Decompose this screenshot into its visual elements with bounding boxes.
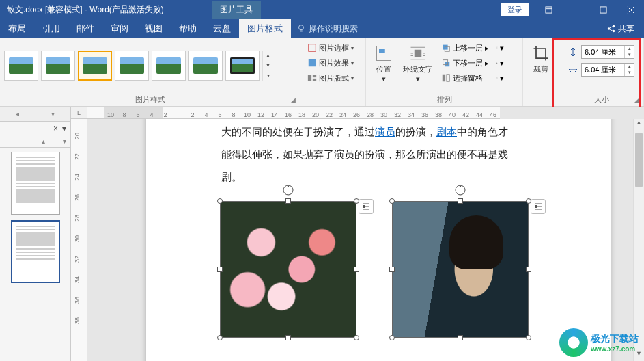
tab-view[interactable]: 视图 [137,19,171,38]
resize-handle[interactable] [526,267,531,272]
group-button[interactable]: ▾ [493,56,507,70]
document-area: L 10864224681012141618202224262830323436… [71,107,644,361]
picture-layout-button[interactable]: 图片版式▾ [305,71,361,85]
tab-help[interactable]: 帮助 [171,19,205,38]
resize-handle[interactable] [354,335,359,340]
selected-image-man[interactable] [392,201,529,338]
layout-options-button[interactable] [359,199,374,214]
gallery-more-button[interactable]: ▲▼▾ [262,51,273,81]
image-content [221,202,356,337]
layout-options-button[interactable] [531,199,546,214]
rotate-button[interactable]: ▾ [493,71,507,85]
resize-handle[interactable] [389,198,395,204]
login-button[interactable]: 登录 [501,3,529,16]
align-button[interactable]: ▾ [493,41,507,55]
hyperlink[interactable]: 演员 [375,126,395,137]
spinner-down[interactable]: ▾ [625,52,634,58]
wrap-text-button[interactable]: 环绕文字▾ [399,41,437,83]
resize-handle[interactable] [217,335,223,340]
page-thumbnail[interactable] [11,152,60,215]
selected-image-roses[interactable] [220,201,356,338]
image-content [393,202,528,337]
tab-mailings[interactable]: 邮件 [68,19,102,38]
tab-review[interactable]: 审阅 [102,19,137,38]
style-thumb[interactable] [188,51,223,81]
style-thumb[interactable] [225,51,260,81]
resize-handle[interactable] [389,267,395,272]
tell-me-search[interactable]: 操作说明搜索 [296,23,358,35]
style-thumb[interactable] [152,51,186,81]
tab-layout[interactable]: 布局 [0,19,34,38]
resize-handle[interactable] [217,267,223,272]
style-thumb[interactable] [41,51,75,81]
resize-handle[interactable] [285,335,291,340]
dialog-launcher-icon[interactable]: ◢ [291,96,296,103]
picture-border-button[interactable]: 图片边框▾ [305,41,361,55]
close-window-button[interactable] [617,0,644,19]
resize-handle[interactable] [285,198,291,204]
resize-handle[interactable] [526,198,531,204]
selection-pane-button[interactable]: 选择窗格 [438,71,492,85]
paragraph[interactable]: 大的不同的处便在于扮演了，通过演员的扮演，剧本中的角色才 [221,120,575,144]
page-thumbnail-active[interactable] [11,220,60,283]
crop-button[interactable]: 裁剪 [527,41,555,75]
share-button[interactable]: 共享 [597,23,644,35]
width-input[interactable]: 6.04 厘米▴▾ [581,63,634,77]
nav-next[interactable]: ▾ [63,137,66,145]
hyperlink[interactable]: 剧本 [436,126,457,137]
svg-rect-6 [309,44,316,52]
resize-handle[interactable] [458,335,463,340]
svg-rect-23 [363,205,365,208]
tab-yunpan[interactable]: 云盘 [205,19,239,38]
scroll-up[interactable]: ▲ [634,119,644,130]
nav-tab-dropdown[interactable]: ▾ [36,107,71,121]
maximize-button[interactable] [589,0,617,19]
position-button[interactable]: 位置▾ [370,41,397,83]
paragraph[interactable]: 剧。 [221,166,575,189]
picture-effects-button[interactable]: 图片效果▾ [305,56,361,70]
document-page[interactable]: 大的不同的处便在于扮演了，通过演员的扮演，剧本中的角色才 能得以伸张，如果抛弃了… [146,119,611,361]
tab-picture-format[interactable]: 图片格式 [239,19,291,38]
vertical-scrollbar[interactable]: ▲ ▼ [633,119,644,361]
vertical-ruler[interactable]: 20 22 24 26 28 30 32 34 36 38 [71,119,87,361]
resize-handle[interactable] [354,267,359,272]
resize-handle[interactable] [526,335,531,340]
resize-handle[interactable] [217,198,223,204]
spinner-up[interactable]: ▴ [625,64,634,70]
group-size: 6.04 厘米▴▾ 6.04 厘米▴▾ 大小◢ [559,38,644,106]
tab-references[interactable]: 引用 [34,19,68,38]
style-thumb[interactable] [4,51,38,81]
border-icon [307,43,317,53]
scrollbar-thumb[interactable] [635,133,643,187]
spinner-down[interactable]: ▾ [625,70,634,76]
horizontal-ruler[interactable]: 1086422468101214161820222426283032343638… [87,107,500,119]
layout-icon [307,73,317,83]
nav-close-button[interactable]: × [53,124,58,133]
resize-handle[interactable] [354,198,359,204]
resize-handle[interactable] [458,198,463,204]
send-backward-button[interactable]: 下移一层▸ [438,56,492,70]
ribbon-options-button[interactable] [535,0,562,19]
svg-rect-14 [443,45,448,50]
picture-styles-gallery[interactable]: ▲▼▾ [4,41,296,90]
bring-forward-button[interactable]: 上移一层▸ [438,41,492,55]
paragraph[interactable]: 能得以伸张，如果抛弃了演员的扮演，那么所演出的便不再是戏 [221,144,575,166]
minimize-button[interactable] [562,0,589,19]
rotate-handle[interactable] [282,184,294,196]
dialog-launcher-icon[interactable]: ◢ [634,96,639,103]
height-input[interactable]: 6.04 厘米▴▾ [581,45,634,59]
contextual-tab-label: 图片工具 [212,1,261,19]
spinner-up[interactable]: ▴ [625,46,634,52]
style-thumb-selected[interactable] [78,51,112,81]
style-thumb[interactable] [115,51,149,81]
document-title: 散文.docx [兼容模式] - Word(产品激活失败) [0,4,164,16]
svg-rect-25 [535,205,537,208]
nav-chevron[interactable]: ▾ [62,124,66,133]
height-control: 6.04 厘米▴▾ [568,45,635,59]
rotate-handle[interactable] [454,184,466,196]
backward-icon [441,58,451,68]
nav-prev[interactable]: ▴ [42,137,45,145]
nav-tab[interactable]: ◂ [0,107,36,121]
share-icon [606,24,616,34]
resize-handle[interactable] [389,335,395,340]
